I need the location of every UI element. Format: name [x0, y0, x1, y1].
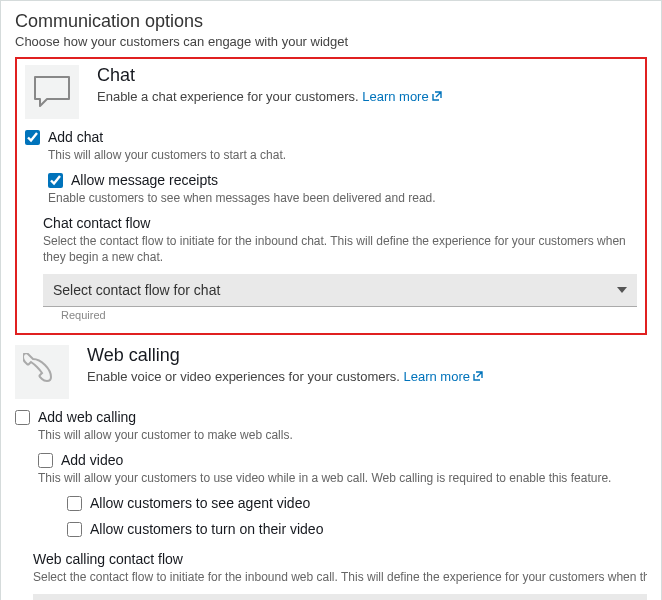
chat-desc-text: Enable a chat experience for your custom…	[97, 89, 362, 104]
panel-subtitle: Choose how your customers can engage wit…	[15, 34, 647, 49]
web-title: Web calling	[87, 345, 484, 366]
add-web-label: Add web calling	[38, 409, 136, 425]
agent-video-row: Allow customers to see agent video	[67, 495, 647, 511]
web-flow-title: Web calling contact flow	[33, 551, 647, 567]
customer-video-row: Allow customers to turn on their video	[67, 521, 647, 537]
receipts-help: Enable customers to see when messages ha…	[48, 190, 637, 207]
web-title-block: Web calling Enable voice or video experi…	[87, 345, 484, 385]
add-video-checkbox[interactable]	[38, 453, 53, 468]
chat-section-highlight: Chat Enable a chat experience for your c…	[15, 57, 647, 335]
receipts-checkbox[interactable]	[48, 173, 63, 188]
add-chat-row: Add chat	[25, 129, 637, 145]
add-web-help: This will allow your customer to make we…	[38, 427, 647, 444]
add-web-row: Add web calling	[15, 409, 647, 425]
customer-video-label: Allow customers to turn on their video	[90, 521, 323, 537]
customer-video-checkbox[interactable]	[67, 522, 82, 537]
communication-options-panel: Communication options Choose how your cu…	[0, 0, 662, 600]
add-video-label: Add video	[61, 452, 123, 468]
web-flow-select[interactable]: Select contact flow for web calling	[33, 594, 647, 600]
chat-learn-more-link[interactable]: Learn more	[362, 89, 442, 104]
add-web-checkbox[interactable]	[15, 410, 30, 425]
web-desc: Enable voice or video experiences for yo…	[87, 369, 484, 385]
chat-flow-title: Chat contact flow	[43, 215, 637, 231]
agent-video-label: Allow customers to see agent video	[90, 495, 310, 511]
chat-learn-more-label: Learn more	[362, 89, 428, 104]
chat-flow-required: Required	[61, 309, 637, 321]
chat-flow-select[interactable]: Select contact flow for chat	[43, 274, 637, 307]
web-desc-text: Enable voice or video experiences for yo…	[87, 369, 404, 384]
chevron-down-icon	[617, 287, 627, 293]
add-chat-help: This will allow your customers to start …	[48, 147, 637, 164]
web-learn-more-label: Learn more	[404, 369, 470, 384]
web-flow-desc: Select the contact flow to initiate for …	[33, 569, 647, 586]
chat-section-header: Chat Enable a chat experience for your c…	[25, 65, 637, 119]
agent-video-checkbox[interactable]	[67, 496, 82, 511]
panel-title: Communication options	[15, 11, 647, 32]
add-chat-checkbox[interactable]	[25, 130, 40, 145]
receipts-label: Allow message receipts	[71, 172, 218, 188]
external-link-icon	[431, 90, 443, 105]
phone-icon	[15, 345, 69, 399]
chat-desc: Enable a chat experience for your custom…	[97, 89, 443, 105]
add-chat-label: Add chat	[48, 129, 103, 145]
chat-title-block: Chat Enable a chat experience for your c…	[97, 65, 443, 105]
chat-icon	[25, 65, 79, 119]
web-section-header: Web calling Enable voice or video experi…	[15, 345, 647, 399]
chat-flow-select-placeholder: Select contact flow for chat	[53, 282, 220, 298]
chat-flow-desc: Select the contact flow to initiate for …	[43, 233, 637, 267]
web-learn-more-link[interactable]: Learn more	[404, 369, 484, 384]
add-video-row: Add video	[38, 452, 647, 468]
add-video-help: This will allow your customers to use vi…	[38, 470, 647, 487]
receipts-row: Allow message receipts	[48, 172, 637, 188]
chat-title: Chat	[97, 65, 443, 86]
external-link-icon	[472, 370, 484, 385]
